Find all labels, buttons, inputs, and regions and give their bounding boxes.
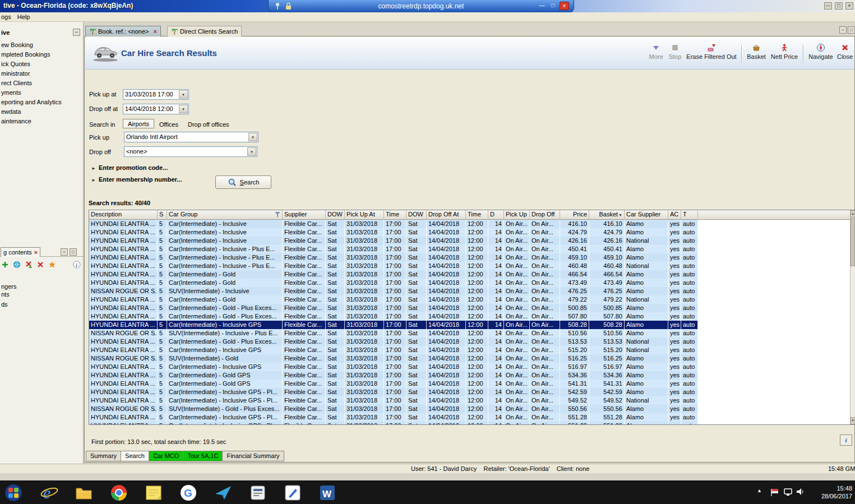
result-row[interactable]: HYUNDAI ELANTRA ...5Car(Intermediate) - … — [89, 312, 698, 321]
dropdown-arrow-icon[interactable]: ▼ — [247, 147, 256, 156]
rdp-minimize-icon[interactable]: — — [537, 2, 547, 10]
column-header[interactable]: Drop Off At — [427, 210, 466, 220]
menu-item-ogs[interactable]: ogs — [0, 12, 15, 20]
column-header[interactable]: Time — [384, 210, 406, 220]
delete-restore-icon[interactable] — [25, 261, 33, 269]
drop-off-at-combo[interactable]: 14/04/2018 12:00 ▼ — [123, 104, 189, 114]
result-row[interactable]: HYUNDAI ELANTRA ...5Car(Intermediate) - … — [89, 422, 698, 424]
panel-float-icon[interactable]: □ — [70, 248, 77, 256]
promotion-code-expander[interactable]: ►Enter promotion code... — [91, 164, 168, 171]
taskbar-clock[interactable]: 15:48 28/06/2017 — [807, 484, 852, 500]
google-icon[interactable]: G — [176, 483, 201, 503]
dropdown-arrow-icon[interactable]: ▼ — [179, 90, 188, 99]
result-row[interactable]: HYUNDAI ELANTRA ...5Car(Intermediate) - … — [89, 371, 698, 380]
column-header[interactable]: Pick Up — [504, 210, 530, 220]
start-button[interactable] — [1, 483, 26, 503]
tab-offices[interactable]: Offices — [155, 120, 183, 128]
column-header[interactable]: Description — [89, 210, 158, 220]
column-header[interactable]: Pick Up At — [345, 210, 384, 220]
pick-up-at-combo[interactable]: 31/03/2018 17:00 ▼ — [123, 89, 189, 100]
internet-explorer-icon[interactable]: e — [37, 483, 62, 503]
result-row[interactable]: HYUNDAI ELANTRA ...5Car(Intermediate) - … — [89, 321, 698, 329]
mdi-restore-icon[interactable]: □ — [848, 26, 855, 34]
result-row[interactable]: HYUNDAI ELANTRA ...5Car(Intermediate) - … — [89, 237, 698, 245]
chrome-icon[interactable] — [107, 483, 131, 503]
panel-minimize-icon[interactable]: − — [61, 248, 68, 256]
column-header[interactable]: Car Group — [167, 210, 283, 220]
pick-up-combo[interactable]: Orlando Intl Airport ▼ — [124, 132, 258, 142]
result-row[interactable]: HYUNDAI ELANTRA ...5Car(Intermediate) - … — [89, 228, 698, 237]
navigate-button[interactable]: Navigate — [806, 43, 835, 60]
sidebar-item[interactable]: mpleted Bookings — [0, 50, 83, 59]
column-header[interactable]: Supplier — [283, 210, 326, 220]
tab-drop-off-offices[interactable]: Drop off offices — [183, 120, 234, 128]
dropdown-arrow-icon[interactable]: ▼ — [248, 133, 257, 141]
star-icon[interactable] — [48, 261, 56, 269]
result-row[interactable]: NISSAN ROGUE OR S...5SUV(Intermediate) -… — [89, 405, 698, 413]
column-header[interactable]: S — [158, 210, 167, 220]
tab-summary[interactable]: Summary — [86, 451, 121, 461]
basket-button[interactable]: Basket — [745, 43, 768, 60]
vertical-scrollbar[interactable]: ▲ ▼ — [850, 210, 855, 424]
tab-car-mco[interactable]: Car MCO — [149, 451, 183, 461]
membership-number-expander[interactable]: ►Enter membership number... — [91, 176, 182, 183]
sidebar-item[interactable]: ministrator — [0, 69, 83, 78]
tab-financial-summary[interactable]: Financial Summary — [223, 451, 284, 461]
file-explorer-icon[interactable] — [72, 483, 96, 503]
sidebar-item[interactable]: ewdata — [0, 107, 83, 117]
result-row[interactable]: HYUNDAI ELANTRA ...5Car(Intermediate) - … — [89, 380, 698, 388]
collapse-sidebar-icon[interactable]: − — [73, 29, 80, 36]
result-row[interactable]: HYUNDAI ELANTRA ...5Car(Intermediate) - … — [89, 363, 698, 371]
tab-direct-clients-search[interactable]: Direct Clients Search — [167, 26, 242, 36]
result-row[interactable]: HYUNDAI ELANTRA ...5Car(Intermediate) - … — [89, 388, 698, 396]
sidebar-item[interactable]: eporting and Analytics — [0, 98, 83, 107]
sidebar-item[interactable]: ew Booking — [0, 40, 83, 50]
globe-icon[interactable] — [13, 261, 21, 269]
more-button[interactable]: More — [646, 43, 666, 60]
paper-plane-icon[interactable] — [211, 483, 235, 503]
scroll-up-icon[interactable]: ▲ — [851, 210, 855, 218]
drop-off-combo[interactable]: <none> ▼ — [124, 146, 257, 157]
pen-app-icon[interactable] — [280, 483, 305, 503]
column-header[interactable]: DOW — [326, 210, 345, 220]
column-header[interactable]: T — [681, 210, 698, 220]
dropdown-arrow-icon[interactable]: ▼ — [179, 105, 188, 113]
column-header[interactable]: Drop Off — [530, 210, 560, 220]
sidebar-item[interactable]: ick Quotes — [0, 59, 83, 69]
tray-chevron-icon[interactable]: ▲ — [757, 488, 762, 493]
tray-flag-icon[interactable] — [770, 488, 779, 498]
close-icon[interactable]: × — [845, 2, 853, 10]
result-row[interactable]: HYUNDAI ELANTRA ...5Car(Intermediate) - … — [89, 279, 698, 287]
stop-button[interactable]: Stop — [666, 43, 684, 60]
tab-booking[interactable]: Book. ref.: <none> × — [85, 26, 161, 36]
rdp-restore-icon[interactable]: □ — [548, 2, 558, 10]
sidebar-item[interactable]: rect Clients — [0, 78, 83, 88]
mdi-minimize-icon[interactable]: − — [839, 26, 847, 34]
result-row[interactable]: HYUNDAI ELANTRA ...5Car(Intermediate) - … — [89, 262, 698, 270]
menu-item-help[interactable]: Help — [16, 12, 34, 20]
column-header[interactable]: Price — [560, 210, 589, 220]
result-row[interactable]: HYUNDAI ELANTRA ...5Car(Intermediate) - … — [89, 304, 698, 312]
column-header[interactable]: Time — [466, 210, 488, 220]
erase-filtered-out-button[interactable]: Erase Filtered Out — [684, 43, 739, 60]
result-row[interactable]: HYUNDAI ELANTRA ...5Car(Intermediate) - … — [89, 220, 698, 228]
close-tab-icon[interactable]: × — [154, 28, 157, 35]
close-panel-button[interactable]: Close — [835, 43, 854, 60]
tab-search[interactable]: Search — [121, 451, 149, 461]
close-tab-icon[interactable]: × — [34, 249, 38, 256]
sidebar-item[interactable]: yments — [0, 88, 83, 98]
restore-icon[interactable]: □ — [835, 2, 843, 10]
sticky-notes-icon[interactable] — [141, 483, 166, 503]
column-header[interactable]: D — [488, 210, 504, 220]
tab-tour[interactable]: Tour 5A,1C — [183, 451, 223, 461]
tray-network-icon[interactable] — [784, 488, 793, 498]
result-row[interactable]: NISSAN ROGUE OR S...5SUV(Intermediate) -… — [89, 287, 698, 295]
info-button[interactable]: i — [840, 434, 852, 446]
nett-price-button[interactable]: Nett Price — [768, 43, 801, 60]
info-icon[interactable]: i — [73, 261, 81, 269]
column-header[interactable]: Basket▼ — [589, 210, 625, 220]
result-row[interactable]: HYUNDAI ELANTRA ...5Car(Intermediate) - … — [89, 413, 698, 422]
result-row[interactable]: NISSAN ROGUE OR S...5SUV(Intermediate) -… — [89, 329, 698, 337]
scroll-down-icon[interactable]: ▼ — [851, 417, 855, 424]
delete-icon[interactable] — [36, 261, 44, 269]
